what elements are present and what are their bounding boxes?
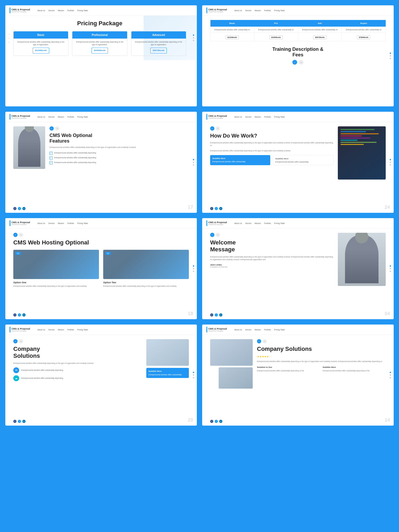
dot-5-3[interactable] [193,271,194,272]
dot-8-2[interactable] [390,375,391,376]
social-linkedin-7[interactable]: in [22,420,26,423]
dot-6-3[interactable] [390,271,391,272]
slide-8-prev-button[interactable]: ← [257,339,261,343]
slide-4-prev-button[interactable]: ← [210,126,214,131]
social-facebook-4[interactable]: f [210,207,213,210]
dot-3-3[interactable] [193,164,194,166]
social-facebook-8[interactable]: f [210,420,213,423]
social-twitter-5[interactable]: t [18,313,21,317]
nav-portfolio-8[interactable]: Portfolio [264,329,271,331]
nav-service-3[interactable]: Service [48,116,55,118]
nav-pricing-7[interactable]: Pricing Table [77,329,88,331]
social-linkedin-8[interactable]: in [219,420,222,423]
dot-8-1[interactable] [390,372,391,373]
nav-portfolio-5[interactable]: Portfolio [67,222,74,224]
nav-pricing-8[interactable]: Pricing Table [274,329,285,331]
dot-3-1[interactable] [193,159,194,160]
nav-portfolio-6[interactable]: Portfolio [264,222,271,224]
nav-about[interactable]: About Us [38,10,45,11]
nav-about-6[interactable]: About Us [234,222,242,224]
social-facebook-6[interactable]: f [210,313,213,317]
dot-1[interactable] [193,35,194,36]
social-facebook-5[interactable]: f [13,313,16,317]
dot-5-1[interactable] [193,265,194,267]
nav-portfolio-2[interactable]: Portfolio [264,10,271,11]
dot-6-2[interactable] [390,268,391,269]
dot-2-2[interactable] [390,55,391,57]
nav-pricing-3[interactable]: Pricing Table [77,116,88,118]
nav-portfolio[interactable]: Portfolio [67,10,74,11]
social-twitter-7[interactable]: t [18,420,21,423]
dot-2[interactable] [193,37,194,39]
nav-mission-6[interactable]: Mission [255,222,261,224]
dot-7-1[interactable] [193,372,194,373]
nav-mission-2[interactable]: Mission [255,10,261,11]
nav-portfolio-3[interactable]: Portfolio [67,116,74,118]
nav-service-7[interactable]: Service [48,329,55,331]
nav-service-6[interactable]: Service [245,222,251,224]
nav-mission[interactable]: Mission [58,10,64,11]
social-twitter-3[interactable]: t [18,207,21,210]
dot-4-2[interactable] [390,162,391,163]
social-facebook-3[interactable]: f [13,207,16,210]
social-linkedin-6[interactable]: in [219,313,222,317]
nav-portfolio-7[interactable]: Portfolio [67,329,74,331]
social-linkedin-5[interactable]: in [22,313,26,317]
nav-service-8[interactable]: Service [245,329,251,331]
dot-8-3[interactable] [390,377,391,379]
dot-2-3[interactable] [390,58,391,59]
nav-service-2[interactable]: Service [245,10,251,11]
dot-4-1[interactable] [390,159,391,160]
training-prev-button[interactable]: ← [292,60,297,65]
nav-links: About Us Service Mission Portfolio Prici… [38,10,88,11]
dot-6-1[interactable] [390,265,391,267]
nav-mission-5[interactable]: Mission [58,222,64,224]
nav-about-7[interactable]: About Us [38,329,45,331]
nav-about-8[interactable]: About Us [234,329,242,331]
nav-service[interactable]: Service [48,10,55,11]
nav-service-4[interactable]: Service [245,116,251,118]
social-twitter-4[interactable]: t [215,207,218,210]
slide-5-prev-button[interactable]: ← [13,233,18,237]
social-facebook-7[interactable]: f [13,420,16,423]
dot-4-3[interactable] [390,164,391,166]
nav-about-5[interactable]: About Us [38,222,45,224]
feature-text-1: Entrepreneurial activities differ substa… [54,152,96,154]
slide-6-next-button[interactable]: → [216,233,220,237]
nav-pricing-4[interactable]: Pricing Table [274,116,285,118]
slide-7-prev-button[interactable]: ← [13,339,18,343]
training-next-button[interactable]: → [299,60,304,65]
dot-3-2[interactable] [193,162,194,163]
dot-7-2[interactable] [193,375,194,376]
slide-6-prev-button[interactable]: ← [210,233,214,237]
dot-2-1[interactable] [390,53,391,54]
brand-bar-3 [10,114,10,120]
slide-3-prev-button[interactable]: ← [49,126,54,131]
slide-4-next-button[interactable]: → [216,126,220,131]
nav-pricing-5[interactable]: Pricing Table [77,222,88,224]
slide-8-next-button[interactable]: → [263,339,267,343]
dot-5-2[interactable] [193,268,194,269]
nav-mission-7[interactable]: Mission [58,329,64,331]
brand-bar-8 [206,327,207,332]
social-linkedin-3[interactable]: in [22,207,26,210]
slide-3-next-button[interactable]: → [55,126,59,131]
nav-about-3[interactable]: About Us [38,116,45,118]
nav-pricing-2[interactable]: Pricing Table [274,10,285,11]
slide-5-next-button[interactable]: → [19,233,23,237]
dot-7-3[interactable] [193,377,194,379]
nav-mission-3[interactable]: Mission [58,116,64,118]
slide-7-next-button[interactable]: → [19,339,23,343]
social-twitter-8[interactable]: t [215,420,218,423]
nav-pricing[interactable]: Pricing Table [77,10,88,11]
social-twitter-6[interactable]: t [215,313,218,317]
dot-3[interactable] [193,40,194,41]
nav-about-4[interactable]: About Us [234,116,242,118]
nav-service-5[interactable]: Service [48,222,55,224]
nav-mission-4[interactable]: Mission [255,116,261,118]
social-linkedin-4[interactable]: in [219,207,222,210]
nav-portfolio-4[interactable]: Portfolio [264,116,271,118]
nav-mission-8[interactable]: Mission [255,329,261,331]
nav-about-2[interactable]: About Us [234,10,242,11]
nav-pricing-6[interactable]: Pricing Table [274,222,285,224]
